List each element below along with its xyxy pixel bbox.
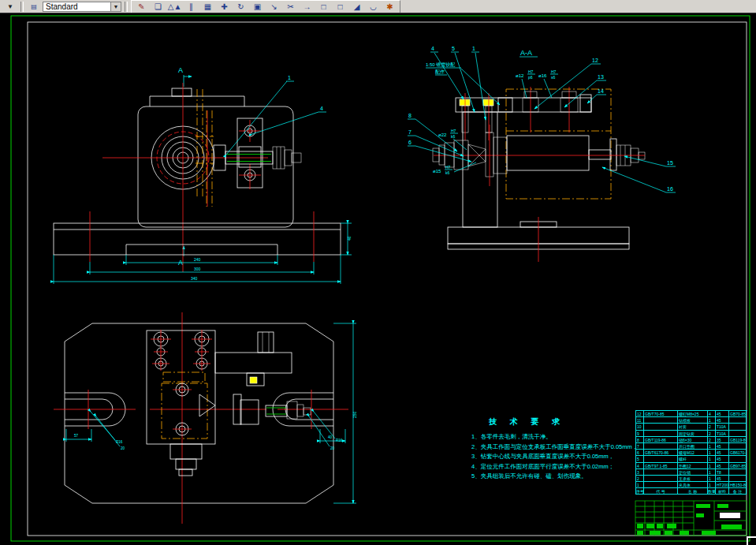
bom-cell: T10A: [716, 431, 729, 437]
section-letter-top: A: [178, 66, 183, 74]
bom-cell: 6: [636, 450, 644, 456]
svg-text:ø15: ø15: [433, 169, 441, 174]
bom-cell: GB97-85: [729, 463, 747, 469]
callout-4: 4: [320, 106, 323, 111]
bom-cell: 4: [708, 411, 716, 417]
bom-cell: 1: [636, 482, 644, 488]
bom-cell: 2: [708, 431, 716, 437]
callout: 5: [452, 46, 455, 51]
bom-cell: 7: [636, 443, 644, 450]
bom-cell: T10A: [716, 424, 729, 430]
callout-1: 1: [288, 75, 291, 80]
bom-cell: 开口垫圈: [678, 443, 708, 450]
dim-text: R16: [116, 440, 123, 444]
dim-text: 240: [194, 257, 201, 262]
svg-text:k6: k6: [451, 134, 456, 139]
bom-cell: 1: [708, 469, 716, 476]
bom-cell: 4: [636, 463, 644, 469]
bom-row: 2支承板145: [636, 476, 747, 482]
fit-dimension-22: ø22 H7 k6: [438, 129, 467, 150]
bom-cell: [729, 417, 747, 424]
bom-row: 7开口垫圈145: [636, 443, 747, 450]
bom-cell: [644, 476, 678, 482]
bom-cell: GB/T97.1-85: [644, 463, 678, 469]
svg-text:p6: p6: [528, 75, 533, 80]
dim-text: 40: [328, 435, 333, 439]
svg-text:ø12: ø12: [516, 73, 524, 78]
bom-cell: 45: [716, 476, 729, 482]
bom-cell: GB119-86: [729, 437, 747, 443]
front-view: A A: [54, 66, 352, 284]
bom-cell: 螺母M12: [678, 450, 708, 456]
callout: 13: [598, 74, 604, 80]
bom-row: 9固定钻套2T10A: [636, 431, 747, 437]
bom-cell: 45: [716, 411, 729, 417]
bom-cell: [644, 424, 678, 430]
dim-text: 300: [194, 267, 201, 271]
svg-text:H7: H7: [528, 69, 534, 74]
bom-cell: 1: [708, 417, 716, 424]
bom-row: 8GB/T119-86销6×30235GB119-86: [636, 437, 747, 443]
bom-cell: 衬套: [678, 424, 708, 430]
bom-header: 序号代 号名 称数量材料备 注: [636, 488, 747, 495]
bom-cell: T8: [716, 469, 729, 476]
dim-text: 20: [330, 446, 335, 450]
bom-cell: [729, 424, 747, 430]
svg-text:1:50 锥度铰配: 1:50 锥度铰配: [426, 62, 455, 68]
bom-cell: [644, 469, 678, 476]
bom-cell: 钻模板: [678, 417, 708, 424]
dim-text: R16: [336, 439, 343, 442]
bom-cell: 8: [636, 437, 644, 443]
svg-text:H7: H7: [451, 129, 456, 133]
dim-text: 340: [191, 276, 198, 281]
bom-cell: 2: [708, 424, 716, 430]
bom-cell: 定位销: [678, 469, 708, 476]
callout: 15: [667, 160, 673, 166]
tech-req-item: 2、夹具工作面与定位支承板工作面垂直度误差不大于0.05mm，: [471, 442, 643, 453]
bom-cell: HT200: [716, 482, 729, 488]
bom-cell: 10: [636, 424, 644, 430]
bom-header-cell: 材料: [716, 488, 729, 495]
bom-cell: [729, 431, 747, 437]
tech-req-list: 1、各零件去毛刺，清洗干净。2、夹具工作面与定位支承板工作面垂直度误差不大于0.…: [471, 432, 643, 482]
callout: 6: [408, 140, 412, 145]
bom-cell: [729, 476, 747, 482]
tech-req-title: 技 术 要 求: [471, 416, 643, 427]
callout: 8: [408, 113, 412, 118]
svg-text:配作: 配作: [435, 69, 445, 75]
bom-cell: GB70-85: [729, 411, 747, 417]
callout: 7: [408, 129, 412, 135]
bom-row: 1夹具体1HT200HB150-80: [636, 482, 747, 488]
bom-row: 5螺杆145: [636, 456, 747, 462]
bom-cell: GB/T6170-86: [644, 450, 678, 456]
svg-text:H7: H7: [445, 165, 451, 170]
bom-cell: 垫圈12: [678, 463, 708, 469]
bom-row: 3定位销1T8: [636, 469, 747, 476]
bom-row: 6GB/T6170-86螺母M12145GB6170-86: [636, 450, 747, 456]
bom-cell: 支承板: [678, 476, 708, 482]
bom-cell: 1: [708, 476, 716, 482]
bom-cell: [644, 431, 678, 437]
tech-req-item: 3、钻套中心线与夹具底面垂直度误差不大于0.05mm，: [471, 452, 643, 462]
bom-header-cell: 数量: [708, 488, 716, 495]
bom-cell: [644, 456, 678, 462]
bom-cell: 45: [716, 456, 729, 462]
bom-cell: 螺钉M8×25: [678, 411, 708, 417]
bom-row: 12GB/T70-85螺钉M8×25445GB70-85: [636, 411, 747, 417]
bom-cell: 3: [636, 469, 644, 476]
technical-requirements: 技 术 要 求 1、各零件去毛刺，清洗干净。2、夹具工作面与定位支承板工作面垂直…: [471, 416, 643, 482]
bom-cell: GB/T119-86: [644, 437, 678, 443]
title-block-grid: [635, 501, 747, 536]
bom-cell: 2: [708, 437, 716, 443]
svg-text:ø22: ø22: [438, 133, 447, 137]
bom-cell: 9: [636, 431, 644, 437]
svg-text:k6: k6: [445, 170, 450, 175]
bom-cell: [729, 456, 747, 462]
callout: 1: [472, 46, 475, 51]
bom-cell: [644, 482, 678, 488]
bom-cell: 夹具体: [678, 482, 708, 488]
callout: 4: [431, 46, 434, 51]
bom-cell: 5: [636, 456, 644, 462]
tech-req-item: 1、各零件去毛刺，清洗干净。: [471, 432, 643, 442]
bom-cell: [644, 417, 678, 424]
